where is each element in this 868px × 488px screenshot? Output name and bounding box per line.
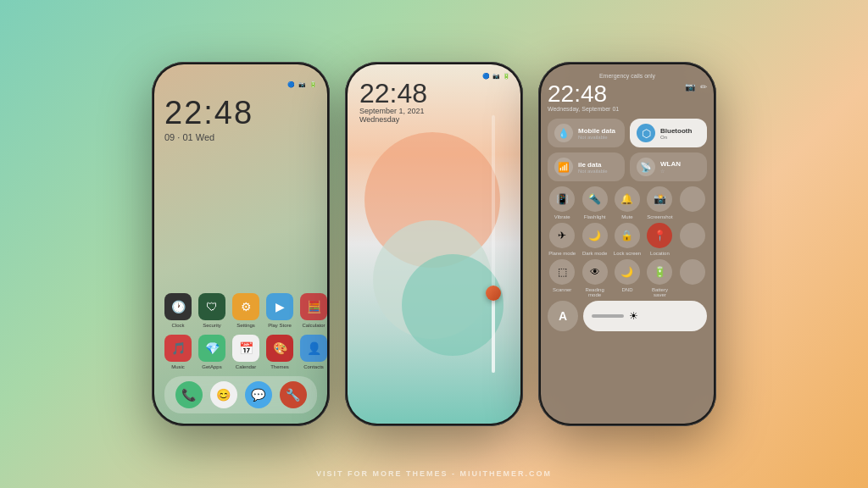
mobile-data-icon: 💧 <box>554 124 573 142</box>
cc-airplane[interactable]: ✈ Plane mode <box>548 223 576 256</box>
phone1-clock: 22:48 <box>164 97 317 129</box>
cc-brightness-fill <box>592 314 624 318</box>
cc-scanner[interactable]: ⬚ Scanner <box>548 259 576 297</box>
phone3-control-center: Emergency calls only 22:48 Wednesday, Se… <box>541 64 714 424</box>
cc-toggle-data-text: ile data Not available <box>578 161 608 174</box>
wlan-icon: 📡 <box>637 158 655 176</box>
cc-location[interactable]: 📍 Location <box>645 223 674 256</box>
app-security[interactable]: 🛡 Security <box>198 293 225 328</box>
volume-knob[interactable] <box>486 286 501 301</box>
cc-battery[interactable]: 🔋 Battery saver <box>645 259 674 297</box>
phone-2: 🔵📷🔋 22:48 September 1, 2021 Wednesday <box>345 62 523 426</box>
screenshot-icon: 📸 <box>647 186 672 212</box>
phone3-clock: 22:48 <box>548 82 619 106</box>
app-calendar[interactable]: 📅 Calendar <box>232 335 259 369</box>
camera-icon[interactable]: 📷 <box>685 82 695 92</box>
phone2-status-bar: 🔵📷🔋 <box>482 73 510 80</box>
phone2-wallpaper: 🔵📷🔋 22:48 September 1, 2021 Wednesday <box>348 64 520 424</box>
app-themes[interactable]: 🎨 Themes <box>266 335 293 369</box>
decorative-circle-small <box>402 254 504 356</box>
cc-toggle-wlan-text: WLAN ☆ <box>660 160 681 174</box>
app-contacts[interactable]: 👤 Contacts <box>300 335 327 369</box>
dnd-icon: 🌙 <box>615 259 640 285</box>
phone3-date: Wednesday, September 01 <box>548 106 619 112</box>
cc-icons-row-1: 📳 Vibrate 🔦 Flashlight 🔔 Mute 📸 Screensh… <box>548 186 707 219</box>
vibrate-icon: 📳 <box>549 186 575 212</box>
phone2-header: 22:48 September 1, 2021 Wednesday <box>359 80 427 124</box>
dock-face[interactable]: 😊 <box>210 381 237 408</box>
phone3-header-icons: 📷 ✏ <box>685 82 707 92</box>
cc-dnd[interactable]: 🌙 DND <box>613 259 642 297</box>
cc-toggle-mobile-data-text: Mobile data Not available <box>578 127 615 140</box>
dock-phone[interactable]: 📞 <box>175 381 203 408</box>
lockscreen-icon: 🔒 <box>615 223 640 248</box>
app-getapps[interactable]: 💎 GetApps <box>198 335 225 369</box>
watermark-text: VISIT FOR MORE THEMES - MIUITHEMER.COM <box>0 469 868 478</box>
phone1-date: 09 · 01 Wed <box>164 132 317 142</box>
battery-icon: 🔋 <box>647 259 672 285</box>
cc-font-toggle[interactable]: A <box>548 301 578 331</box>
cc-brightness-slider[interactable]: ☀ <box>583 301 707 331</box>
location-icon: 📍 <box>647 223 672 248</box>
dock-tools[interactable]: 🔧 <box>280 381 307 408</box>
phone3-emergency-text: Emergency calls only <box>548 73 707 79</box>
app-playstore[interactable]: ▶ Play Store <box>266 293 293 328</box>
cc-reading[interactable]: 👁 Reading mode <box>580 259 609 297</box>
cc-icons-row-2: ✈ Plane mode 🌙 Dark mode 🔒 Lock screen 📍… <box>548 223 707 256</box>
cc-bottom-row: A ☀ <box>548 301 707 331</box>
cc-flashlight[interactable]: 🔦 Flashlight <box>580 186 609 219</box>
phone1-status-bar: 🔵📷🔋 <box>164 81 317 88</box>
darkmode-icon: 🌙 <box>582 223 608 248</box>
scanner-icon: ⬚ <box>549 259 575 285</box>
phone1-app-grid-row1: 🕐 Clock 🛡 Security ⚙ Settings ▶ Play Sto… <box>164 293 317 369</box>
phone-3: Emergency calls only 22:48 Wednesday, Se… <box>538 62 716 426</box>
cc-toggle-row-1: 💧 Mobile data Not available ⬡ Bluetooth … <box>548 119 707 147</box>
cc-empty2 <box>678 223 707 256</box>
volume-bar[interactable] <box>492 115 495 373</box>
phone2-date-line2: Wednesday <box>359 115 427 124</box>
airplane-icon: ✈ <box>549 223 575 248</box>
phone1-dock: 📞 😊 💬 🔧 <box>164 376 317 413</box>
phone3-header: 22:48 Wednesday, September 01 📷 ✏ <box>548 82 707 112</box>
cc-empty1 <box>678 186 707 219</box>
phone1-homescreen: 🔵📷🔋 22:48 09 · 01 Wed 🕐 Clock 🛡 Security… <box>154 64 327 424</box>
cc-mute[interactable]: 🔔 Mute <box>613 186 642 219</box>
bluetooth-icon: ⬡ <box>637 124 655 142</box>
cc-darkmode[interactable]: 🌙 Dark mode <box>580 223 609 256</box>
volume-bar-fill <box>492 296 495 373</box>
app-clock[interactable]: 🕐 Clock <box>164 293 192 328</box>
dock-messages[interactable]: 💬 <box>245 381 272 408</box>
cc-toggle-mobile-data[interactable]: 💧 Mobile data Not available <box>548 119 625 147</box>
cc-toggle-wlan[interactable]: 📡 WLAN ☆ <box>630 152 707 181</box>
phone2-date-line1: September 1, 2021 <box>359 107 427 115</box>
app-calculator[interactable]: 🧮 Calculator <box>300 293 327 328</box>
app-settings[interactable]: ⚙ Settings <box>232 293 259 328</box>
cc-vibrate[interactable]: 📳 Vibrate <box>548 186 576 219</box>
phone-1: 🔵📷🔋 22:48 09 · 01 Wed 🕐 Clock 🛡 Security… <box>152 62 330 426</box>
cc-toggle-data[interactable]: 📶 ile data Not available <box>548 152 625 181</box>
cc-screenshot[interactable]: 📸 Screenshot <box>645 186 674 219</box>
edit-icon[interactable]: ✏ <box>700 82 707 92</box>
cc-icons-row-3: ⬚ Scanner 👁 Reading mode 🌙 DND 🔋 Battery… <box>548 259 707 297</box>
cc-lockscreen[interactable]: 🔒 Lock screen <box>613 223 642 256</box>
mute-icon: 🔔 <box>615 186 640 212</box>
cc-toggle-row-2: 📶 ile data Not available 📡 WLAN ☆ <box>548 152 707 181</box>
phone2-clock: 22:48 <box>359 80 427 107</box>
reading-icon: 👁 <box>582 259 608 285</box>
app-music[interactable]: 🎵 Music <box>164 335 192 369</box>
cc-empty3 <box>678 259 707 297</box>
data-icon: 📶 <box>554 158 573 176</box>
cc-toggle-bluetooth-text: Bluetooth On <box>660 127 692 140</box>
flashlight-icon: 🔦 <box>582 186 608 212</box>
cc-toggle-bluetooth[interactable]: ⬡ Bluetooth On <box>630 119 707 147</box>
